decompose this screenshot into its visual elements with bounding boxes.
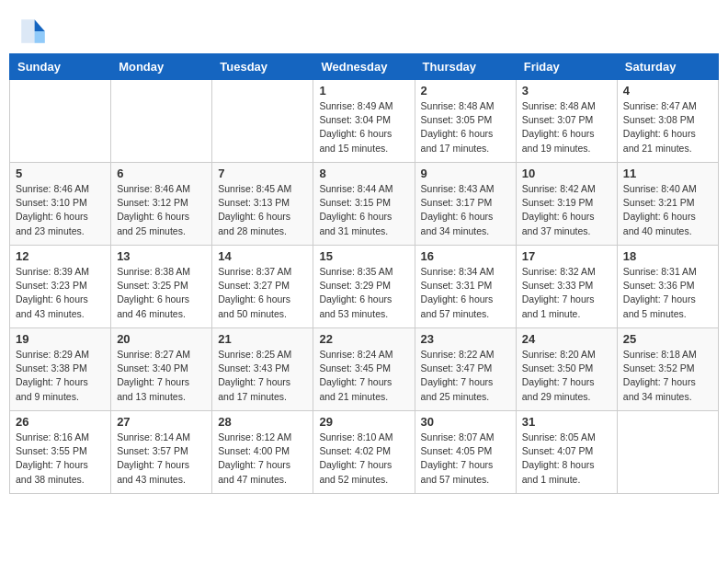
day-info: Sunrise: 8:22 AM Sunset: 3:47 PM Dayligh… xyxy=(421,348,510,404)
day-number: 8 xyxy=(319,167,408,180)
page-header xyxy=(9,9,719,50)
week-row-3: 12Sunrise: 8:39 AM Sunset: 3:23 PM Dayli… xyxy=(10,246,719,328)
day-cell: 31Sunrise: 8:05 AM Sunset: 4:07 PM Dayli… xyxy=(516,411,617,494)
day-info: Sunrise: 8:37 AM Sunset: 3:27 PM Dayligh… xyxy=(218,265,307,321)
day-number: 21 xyxy=(218,332,307,346)
weekday-header-row: SundayMondayTuesdayWednesdayThursdayFrid… xyxy=(10,54,719,80)
day-number: 1 xyxy=(319,84,408,98)
day-number: 9 xyxy=(421,167,510,180)
day-cell: 16Sunrise: 8:34 AM Sunset: 3:31 PM Dayli… xyxy=(415,246,516,328)
weekday-header-saturday: Saturday xyxy=(617,54,718,80)
day-cell: 5Sunrise: 8:46 AM Sunset: 3:10 PM Daylig… xyxy=(10,163,111,246)
weekday-header-wednesday: Wednesday xyxy=(313,54,415,80)
day-number: 10 xyxy=(522,167,611,180)
day-cell: 10Sunrise: 8:42 AM Sunset: 3:19 PM Dayli… xyxy=(516,163,617,246)
day-info: Sunrise: 8:44 AM Sunset: 3:15 PM Dayligh… xyxy=(319,182,408,238)
day-cell: 29Sunrise: 8:10 AM Sunset: 4:02 PM Dayli… xyxy=(313,411,415,494)
day-cell: 13Sunrise: 8:38 AM Sunset: 3:25 PM Dayli… xyxy=(111,246,212,328)
day-cell: 17Sunrise: 8:32 AM Sunset: 3:33 PM Dayli… xyxy=(516,246,617,328)
day-cell xyxy=(617,411,718,494)
day-info: Sunrise: 8:27 AM Sunset: 3:40 PM Dayligh… xyxy=(117,348,206,404)
day-info: Sunrise: 8:34 AM Sunset: 3:31 PM Dayligh… xyxy=(421,265,510,321)
weekday-header-thursday: Thursday xyxy=(415,54,516,80)
day-cell: 26Sunrise: 8:16 AM Sunset: 3:55 PM Dayli… xyxy=(10,411,111,494)
day-number: 20 xyxy=(117,332,206,346)
day-info: Sunrise: 8:18 AM Sunset: 3:52 PM Dayligh… xyxy=(623,348,712,404)
day-cell: 4Sunrise: 8:47 AM Sunset: 3:08 PM Daylig… xyxy=(617,80,718,163)
day-cell: 25Sunrise: 8:18 AM Sunset: 3:52 PM Dayli… xyxy=(617,328,718,411)
day-number: 3 xyxy=(522,84,611,98)
day-number: 5 xyxy=(16,167,105,180)
day-cell: 20Sunrise: 8:27 AM Sunset: 3:40 PM Dayli… xyxy=(111,328,212,411)
day-number: 17 xyxy=(522,249,611,263)
weekday-header-monday: Monday xyxy=(111,54,212,80)
day-cell: 24Sunrise: 8:20 AM Sunset: 3:50 PM Dayli… xyxy=(516,328,617,411)
day-info: Sunrise: 8:48 AM Sunset: 3:07 PM Dayligh… xyxy=(522,99,611,155)
day-number: 13 xyxy=(117,249,206,263)
svg-marker-0 xyxy=(35,19,45,31)
day-cell: 14Sunrise: 8:37 AM Sunset: 3:27 PM Dayli… xyxy=(212,246,313,328)
day-cell: 27Sunrise: 8:14 AM Sunset: 3:57 PM Dayli… xyxy=(111,411,212,494)
calendar: SundayMondayTuesdayWednesdayThursdayFrid… xyxy=(9,53,719,494)
day-number: 15 xyxy=(319,249,408,263)
day-number: 11 xyxy=(623,167,712,180)
day-info: Sunrise: 8:46 AM Sunset: 3:10 PM Dayligh… xyxy=(16,182,105,238)
day-info: Sunrise: 8:48 AM Sunset: 3:05 PM Dayligh… xyxy=(421,99,510,155)
day-info: Sunrise: 8:20 AM Sunset: 3:50 PM Dayligh… xyxy=(522,348,611,404)
day-cell xyxy=(10,80,111,163)
svg-rect-2 xyxy=(21,19,34,43)
day-info: Sunrise: 8:45 AM Sunset: 3:13 PM Dayligh… xyxy=(218,182,307,238)
day-info: Sunrise: 8:14 AM Sunset: 3:57 PM Dayligh… xyxy=(117,431,206,487)
logo-icon xyxy=(18,17,48,46)
day-info: Sunrise: 8:42 AM Sunset: 3:19 PM Dayligh… xyxy=(522,182,611,238)
weekday-header-friday: Friday xyxy=(516,54,617,80)
day-info: Sunrise: 8:39 AM Sunset: 3:23 PM Dayligh… xyxy=(16,265,105,321)
day-cell xyxy=(212,80,313,163)
day-info: Sunrise: 8:31 AM Sunset: 3:36 PM Dayligh… xyxy=(623,265,712,321)
day-info: Sunrise: 8:16 AM Sunset: 3:55 PM Dayligh… xyxy=(16,431,105,487)
day-number: 14 xyxy=(218,249,307,263)
day-cell: 1Sunrise: 8:49 AM Sunset: 3:04 PM Daylig… xyxy=(313,80,415,163)
day-cell xyxy=(111,80,212,163)
day-cell: 18Sunrise: 8:31 AM Sunset: 3:36 PM Dayli… xyxy=(617,246,718,328)
day-number: 2 xyxy=(421,84,510,98)
week-row-5: 26Sunrise: 8:16 AM Sunset: 3:55 PM Dayli… xyxy=(10,411,719,494)
day-cell: 15Sunrise: 8:35 AM Sunset: 3:29 PM Dayli… xyxy=(313,246,415,328)
svg-marker-1 xyxy=(35,31,45,43)
day-cell: 8Sunrise: 8:44 AM Sunset: 3:15 PM Daylig… xyxy=(313,163,415,246)
day-cell: 9Sunrise: 8:43 AM Sunset: 3:17 PM Daylig… xyxy=(415,163,516,246)
day-number: 26 xyxy=(16,415,105,429)
day-info: Sunrise: 8:43 AM Sunset: 3:17 PM Dayligh… xyxy=(421,182,510,238)
day-number: 16 xyxy=(421,249,510,263)
day-number: 18 xyxy=(623,249,712,263)
day-info: Sunrise: 8:29 AM Sunset: 3:38 PM Dayligh… xyxy=(16,348,105,404)
day-info: Sunrise: 8:38 AM Sunset: 3:25 PM Dayligh… xyxy=(117,265,206,321)
day-number: 30 xyxy=(421,415,510,429)
day-info: Sunrise: 8:40 AM Sunset: 3:21 PM Dayligh… xyxy=(623,182,712,238)
day-cell: 6Sunrise: 8:46 AM Sunset: 3:12 PM Daylig… xyxy=(111,163,212,246)
day-info: Sunrise: 8:49 AM Sunset: 3:04 PM Dayligh… xyxy=(319,99,408,155)
day-cell: 3Sunrise: 8:48 AM Sunset: 3:07 PM Daylig… xyxy=(516,80,617,163)
week-row-2: 5Sunrise: 8:46 AM Sunset: 3:10 PM Daylig… xyxy=(10,163,719,246)
day-number: 28 xyxy=(218,415,307,429)
day-cell: 7Sunrise: 8:45 AM Sunset: 3:13 PM Daylig… xyxy=(212,163,313,246)
week-row-1: 1Sunrise: 8:49 AM Sunset: 3:04 PM Daylig… xyxy=(10,80,719,163)
day-info: Sunrise: 8:47 AM Sunset: 3:08 PM Dayligh… xyxy=(623,99,712,155)
day-info: Sunrise: 8:32 AM Sunset: 3:33 PM Dayligh… xyxy=(522,265,611,321)
day-cell: 28Sunrise: 8:12 AM Sunset: 4:00 PM Dayli… xyxy=(212,411,313,494)
day-number: 31 xyxy=(522,415,611,429)
day-cell: 21Sunrise: 8:25 AM Sunset: 3:43 PM Dayli… xyxy=(212,328,313,411)
day-number: 6 xyxy=(117,167,206,180)
day-info: Sunrise: 8:25 AM Sunset: 3:43 PM Dayligh… xyxy=(218,348,307,404)
day-info: Sunrise: 8:05 AM Sunset: 4:07 PM Dayligh… xyxy=(522,431,611,487)
day-number: 7 xyxy=(218,167,307,180)
day-info: Sunrise: 8:10 AM Sunset: 4:02 PM Dayligh… xyxy=(319,431,408,487)
logo xyxy=(18,17,51,46)
day-info: Sunrise: 8:24 AM Sunset: 3:45 PM Dayligh… xyxy=(319,348,408,404)
day-info: Sunrise: 8:07 AM Sunset: 4:05 PM Dayligh… xyxy=(421,431,510,487)
day-cell: 23Sunrise: 8:22 AM Sunset: 3:47 PM Dayli… xyxy=(415,328,516,411)
day-number: 29 xyxy=(319,415,408,429)
day-info: Sunrise: 8:46 AM Sunset: 3:12 PM Dayligh… xyxy=(117,182,206,238)
week-row-4: 19Sunrise: 8:29 AM Sunset: 3:38 PM Dayli… xyxy=(10,328,719,411)
day-number: 4 xyxy=(623,84,712,98)
